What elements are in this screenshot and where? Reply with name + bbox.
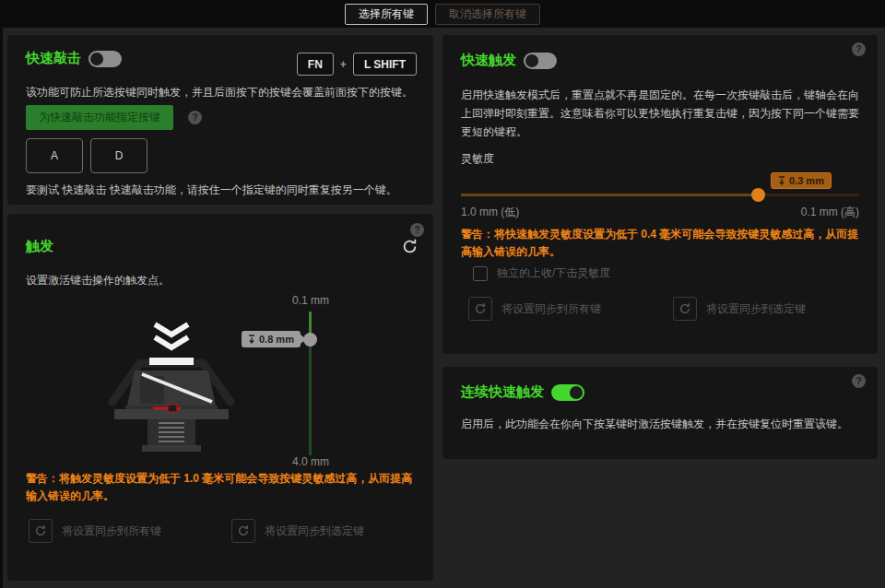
sync-icon [29, 519, 53, 543]
rapid-trigger-toggle[interactable] [524, 53, 557, 69]
actuation-warning: 警告：将触发灵敏度设置为低于 1.0 毫米可能会导致按键灵敏感过高，从而提高输入… [26, 470, 417, 505]
sync-all-label: 将设置同步到所有键 [62, 523, 161, 539]
sync-selected-label: 将设置同步到选定键 [706, 301, 806, 317]
rapid-trigger-slider-fill [461, 194, 758, 196]
help-icon[interactable]: ? [852, 374, 866, 388]
rapid-trigger-title: 快速触发 [461, 52, 516, 69]
actuation-slider-handle[interactable] [303, 333, 317, 347]
actuation-value-text: 0.8 mm [259, 334, 294, 345]
arrow-down-from-bar-icon [778, 176, 785, 185]
snap-tap-test-hint: 要测试 快速敲击 快速敲击功能，请按住一个指定键的同时重复按另一个键。 [26, 181, 426, 199]
rapid-trigger-value-text: 0.3 mm [789, 175, 824, 186]
continuous-rapid-trigger-panel: ? 连续快速触发 启用后，此功能会在你向下按某键时激活按键触发，并在按键复位时重… [442, 367, 878, 459]
toggle-knob [90, 53, 103, 65]
key-a[interactable]: A [26, 138, 83, 173]
toggle-knob [570, 386, 583, 399]
sync-selected-label: 将设置同步到选定键 [265, 523, 364, 539]
help-icon[interactable]: ? [188, 111, 202, 124]
snap-tap-toggle[interactable] [88, 51, 122, 67]
rapid-trigger-high-label: 0.1 mm (高) [801, 205, 859, 220]
rapid-trigger-low-label: 1.0 mm (低) [461, 205, 519, 220]
actuation-panel: ? 触发 设置激活键击操作的触发点。 0.1 mm [7, 214, 433, 581]
independent-sensitivity-checkbox[interactable] [473, 266, 488, 281]
assign-snap-tap-keys-button[interactable]: 为快速敲击功能指定按键 [26, 105, 173, 130]
continuous-rapid-trigger-description: 启用后，此功能会在你向下按某键时激活按键触发，并在按键复位时重置该键。 [461, 415, 861, 433]
sync-selected-keys-button[interactable]: 将设置同步到选定键 [673, 297, 806, 321]
actuation-description: 设置激活键击操作的触发点。 [26, 271, 422, 289]
rapid-trigger-slider-handle[interactable] [751, 188, 765, 202]
rapid-trigger-panel: ? 快速触发 启用快速触发模式后，重置点就不再是固定的。在每一次按键敲击后，键轴… [442, 35, 878, 354]
sync-icon [673, 297, 697, 321]
sync-icon [468, 297, 492, 321]
snap-tap-description: 该功能可防止所选按键同时触发，并且后面按下的按键会覆盖前面按下的按键。 [26, 83, 422, 101]
sync-all-label: 将设置同步到所有键 [502, 301, 601, 317]
help-icon[interactable]: ? [852, 42, 866, 56]
arrow-down-from-bar-icon [248, 335, 255, 344]
plus-separator: + [340, 58, 347, 71]
snap-tap-title: 快速敲击 [26, 50, 81, 67]
sensitivity-label: 灵敏度 [461, 151, 494, 167]
snap-tap-hotkeys: FN + L SHIFT [297, 53, 417, 76]
sync-selected-keys-button[interactable]: 将设置同步到选定键 [231, 519, 364, 543]
actuation-slider-min-label: 0.1 mm [281, 294, 340, 307]
sync-icon [231, 519, 255, 543]
continuous-rapid-trigger-title: 连续快速触发 [461, 383, 544, 401]
top-toolbar: 选择所有键 取消选择所有键 [0, 0, 885, 28]
rapid-trigger-value-badge: 0.3 mm [771, 172, 832, 189]
select-all-keys-button[interactable]: 选择所有键 [345, 4, 428, 25]
sync-all-keys-button[interactable]: 将设置同步到所有键 [468, 297, 601, 321]
help-icon[interactable]: ? [410, 223, 424, 237]
independent-sensitivity-row: 独立的上收/下击灵敏度 [473, 265, 610, 281]
switch-illustration [100, 317, 243, 461]
independent-sensitivity-label: 独立的上收/下击灵敏度 [497, 265, 610, 281]
actuation-slider-max-label: 4.0 mm [281, 455, 340, 468]
rapid-trigger-description: 启用快速触发模式后，重置点就不再是固定的。在每一次按键敲击后，键轴会在向上回弹时… [461, 86, 861, 141]
sync-all-keys-button[interactable]: 将设置同步到所有键 [29, 519, 161, 543]
reset-icon[interactable] [401, 238, 419, 259]
rapid-trigger-warning: 警告：将快速触发灵敏度设置为低于 0.4 毫米可能会导致按键灵敏感过高，从而提高… [461, 226, 861, 261]
lshift-key-chip[interactable]: L SHIFT [353, 53, 417, 76]
toggle-knob [525, 54, 538, 67]
deselect-all-keys-button[interactable]: 取消选择所有键 [435, 4, 540, 25]
actuation-title: 触发 [26, 238, 53, 255]
actuation-settings-page: 选择所有键 取消选择所有键 快速敲击 FN + L SHIFT 该功能可防止所选… [0, 0, 885, 588]
key-d[interactable]: D [90, 138, 148, 173]
snap-tap-panel: 快速敲击 FN + L SHIFT 该功能可防止所选按键同时触发，并且后面按下的… [7, 35, 433, 205]
fn-key-chip[interactable]: FN [297, 53, 334, 76]
actuation-value-badge: 0.8 mm [242, 331, 301, 347]
continuous-rapid-trigger-toggle[interactable] [551, 384, 584, 401]
